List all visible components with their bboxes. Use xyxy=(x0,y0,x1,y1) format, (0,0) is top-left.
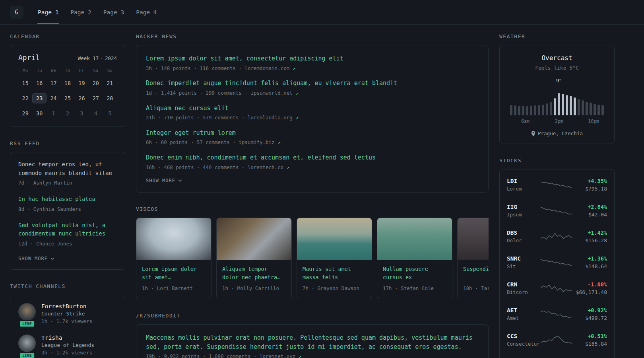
channel-game[interactable]: Counter-Strike xyxy=(41,311,92,317)
stock-change: +0.92% xyxy=(572,307,607,313)
calendar-day[interactable]: 22 xyxy=(18,93,32,103)
stock-row[interactable]: AETAmet+0.92%$499.72 xyxy=(507,301,607,327)
video-meta: 1h · Molly Carrillo xyxy=(222,285,286,292)
subreddit-card: Maecenas mollis pulvinar erat non posuer… xyxy=(136,324,489,358)
video-title[interactable]: Mauris sit amet massa felis xyxy=(303,265,366,282)
external-link-icon: ↗ xyxy=(289,65,295,71)
twitch-channel-row[interactable]: LIVEForrestBurtonCounter-Strike1h · 1.7k… xyxy=(18,303,117,325)
weather-hour-bar xyxy=(550,102,552,115)
rss-card: Donec tempor eros leo, ut commodo mauris… xyxy=(10,152,125,270)
tab-page-4[interactable]: Page 4 xyxy=(135,0,157,24)
stock-row[interactable]: LDILorem+4.35%$795.18 xyxy=(507,172,607,198)
stock-row[interactable]: IIGIpsum+2.84%$42.04 xyxy=(507,198,607,224)
hackernews-item-title[interactable]: Lorem ipsum dolor sit amet, consectetur … xyxy=(146,54,479,63)
hackernews-item-title[interactable]: Integer eget rutrum lorem xyxy=(146,128,479,138)
weather-location-label: Prague, Czechia xyxy=(538,130,583,136)
calendar-day[interactable]: 17 xyxy=(47,78,60,88)
calendar-day[interactable]: 21 xyxy=(103,78,117,88)
hackernews-item-domain[interactable]: ipsumworld.net xyxy=(250,90,292,96)
calendar-day[interactable]: 26 xyxy=(75,93,89,103)
stock-row[interactable]: DBSDolor+1.42%$156.28 xyxy=(507,224,607,249)
tab-page-2[interactable]: Page 2 xyxy=(70,0,92,24)
rss-item-title[interactable]: In hac habitasse platea xyxy=(18,195,117,204)
stock-ticker: CRN xyxy=(507,281,540,288)
weather-hour-bar xyxy=(570,96,572,115)
calendar-day[interactable]: 24 xyxy=(47,93,60,103)
stock-row[interactable]: SNRCSit+1.36%$148.64 xyxy=(507,249,607,275)
channel-info: ForrestBurtonCounter-Strike1h · 1.7k vie… xyxy=(41,303,92,325)
channel-game[interactable]: League of Legends xyxy=(41,342,94,348)
hackernews-show-more-button[interactable]: SHOW MORE xyxy=(146,178,479,183)
video-card[interactable]: Mauris sit amet massa felis7h · Grayson … xyxy=(297,218,372,299)
hackernews-item: Donec imperdiet augue tincidunt felis al… xyxy=(146,79,479,97)
stock-row[interactable]: AHS+0.46% xyxy=(507,353,607,358)
calendar-day[interactable]: 4 xyxy=(89,108,103,119)
hackernews-item-title[interactable]: Aliquam nec cursus elit xyxy=(146,104,479,113)
hackernews-item-domain[interactable]: loremtech.co xyxy=(248,164,283,170)
tab-page-1[interactable]: Page 1 xyxy=(37,0,59,24)
calendar-day[interactable]: 27 xyxy=(89,93,103,103)
stock-ticker: DBS xyxy=(507,230,540,236)
calendar-day[interactable]: 23 xyxy=(32,93,46,103)
calendar-day[interactable]: 25 xyxy=(60,93,74,103)
video-card[interactable]: Aliquam tempor dolor nec phaetra…1h · Mo… xyxy=(216,218,292,299)
stock-row[interactable]: CCSConsectetur+0.51%$165.84 xyxy=(507,327,607,353)
stock-values: -1.00%$66,171.48 xyxy=(572,281,607,295)
weather-location[interactable]: Prague, Czechia xyxy=(506,130,608,136)
videos-section-title: VIDEOS xyxy=(136,206,489,212)
stock-name: Bitcorn xyxy=(507,289,540,295)
calendar-day[interactable]: 30 xyxy=(32,108,46,119)
rss-item-title[interactable]: Donec tempor eros leo, ut commodo mauris… xyxy=(18,160,117,177)
video-title[interactable]: Suspendisse diam xyxy=(463,265,489,282)
calendar-day[interactable]: 18 xyxy=(60,78,74,88)
calendar-day[interactable]: 3 xyxy=(75,108,89,119)
calendar-day[interactable]: 2 xyxy=(60,108,74,119)
avatar: LIVE xyxy=(18,335,36,357)
video-title[interactable]: Lorem ipsum dolor sit amet consectetu… xyxy=(142,265,206,282)
calendar-day[interactable]: 19 xyxy=(75,78,89,88)
channel-name[interactable]: ForrestBurton xyxy=(41,303,92,309)
stock-change: +4.35% xyxy=(572,178,607,184)
stock-name: Consectetur xyxy=(507,341,540,347)
hackernews-item-title[interactable]: Donec imperdiet augue tincidunt felis al… xyxy=(146,79,479,88)
tab-page-3[interactable]: Page 3 xyxy=(103,0,125,24)
stock-change: -1.00% xyxy=(572,281,607,288)
calendar-day[interactable]: 20 xyxy=(89,78,103,88)
stock-sparkline xyxy=(541,205,572,216)
calendar-widget: CALENDAR April Week 17·2024 MoTuWeThFrSa… xyxy=(10,33,125,127)
calendar-day[interactable]: 16 xyxy=(32,78,46,88)
subreddit-item-domain[interactable]: loremnet.xyz xyxy=(260,353,295,358)
video-card[interactable]: Lorem ipsum dolor sit amet consectetu…1h… xyxy=(136,218,211,299)
hackernews-item-domain[interactable]: ipsumify.biz xyxy=(239,139,274,145)
hackernews-item-domain[interactable]: loremdomain.com xyxy=(244,65,289,71)
subreddit-item-title[interactable]: Maecenas mollis pulvinar erat non posuer… xyxy=(146,333,479,351)
stock-row[interactable]: CRNBitcorn-1.00%$66,171.48 xyxy=(507,275,607,301)
video-title[interactable]: Aliquam tempor dolor nec phaetra… xyxy=(222,265,286,282)
calendar-day[interactable]: 5 xyxy=(103,108,117,119)
stock-price: $66,171.48 xyxy=(572,289,607,295)
calendar-day[interactable]: 15 xyxy=(18,78,32,88)
hackernews-item-domain[interactable]: loremlandia.org xyxy=(248,115,293,121)
channel-name[interactable]: Trisha xyxy=(41,335,94,341)
twitch-channel-row[interactable]: LIVETrishaLeague of Legends3h · 1.2k vie… xyxy=(18,335,117,357)
hackernews-show-more-label: SHOW MORE xyxy=(146,178,175,183)
app-logo[interactable]: G xyxy=(10,6,23,19)
hackernews-list: Lorem ipsum dolor sit amet, consectetur … xyxy=(146,54,479,171)
hackernews-item-meta: 16h · 468 points · 440 comments · loremt… xyxy=(146,164,479,171)
rss-item-title[interactable]: Sed volutpat nulla nisl, a condimentum n… xyxy=(18,221,117,238)
external-link-icon: ↗ xyxy=(293,115,299,121)
hackernews-item: Integer eget rutrum lorem6h · 60 points … xyxy=(146,128,479,146)
hackernews-item-title[interactable]: Donec enim nibh, condimentum et accumsan… xyxy=(146,153,479,162)
rss-show-more-button[interactable]: SHOW MORE xyxy=(18,256,117,261)
calendar-day[interactable]: 29 xyxy=(18,108,32,119)
calendar-day[interactable]: 1 xyxy=(47,108,60,119)
video-card[interactable]: Nullam posuere cursus ex17h · Stefan Col… xyxy=(377,218,452,299)
video-meta: 7h · Grayson Dawson xyxy=(303,285,366,292)
video-title[interactable]: Nullam posuere cursus ex xyxy=(383,265,446,282)
calendar-day-header: Sa xyxy=(89,68,103,73)
stock-change: +0.51% xyxy=(572,333,607,339)
video-thumbnail xyxy=(136,218,211,260)
calendar-day[interactable]: 28 xyxy=(103,93,117,103)
rss-item-meta: 7d · Ashlyn Martin xyxy=(18,179,117,187)
video-card[interactable]: Suspendisse diam18h · Tara xyxy=(457,218,489,299)
